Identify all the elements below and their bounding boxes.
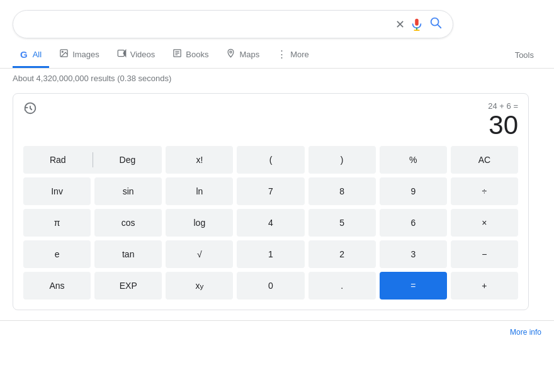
six-button[interactable]: 6 xyxy=(380,209,447,237)
svg-marker-8 xyxy=(123,50,126,57)
ac-button[interactable]: AC xyxy=(451,146,518,174)
calc-expression: 24 + 6 = xyxy=(488,101,518,111)
search-submit-icon[interactable] xyxy=(429,16,443,33)
multiply-button[interactable]: × xyxy=(451,209,518,237)
search-bar-area: 24+6 ✕ xyxy=(0,0,554,38)
videos-icon xyxy=(117,48,127,60)
x-factorial-button[interactable]: x! xyxy=(166,146,233,174)
calc-result-area: 24 + 6 = 30 xyxy=(488,101,518,140)
x-power-y-button[interactable]: xy xyxy=(166,272,233,300)
tab-maps-label: Maps xyxy=(239,50,259,59)
three-button[interactable]: 3 xyxy=(380,240,447,268)
more-dots-icon: ⋮ xyxy=(277,48,286,60)
maps-icon xyxy=(226,48,235,60)
tab-images-label: Images xyxy=(72,50,99,59)
tab-books-label: Books xyxy=(186,50,208,59)
tools-button[interactable]: Tools xyxy=(507,44,541,66)
voice-icon[interactable] xyxy=(410,18,424,31)
clear-icon[interactable]: ✕ xyxy=(395,18,405,31)
tab-books[interactable]: Books xyxy=(165,42,216,68)
more-info-bar: More info xyxy=(0,320,554,342)
tan-button[interactable]: tan xyxy=(94,240,162,268)
books-icon xyxy=(172,48,182,60)
svg-point-6 xyxy=(62,51,64,52)
rad-deg-button[interactable]: Rad Deg xyxy=(23,146,162,174)
log-button[interactable]: log xyxy=(166,209,233,237)
seven-button[interactable]: 7 xyxy=(237,177,304,205)
open-paren-button[interactable]: ( xyxy=(237,146,304,174)
eight-button[interactable]: 8 xyxy=(308,177,376,205)
one-button[interactable]: 1 xyxy=(237,240,304,268)
calculator-widget: 24 + 6 = 30 Rad Deg x! ( ) % AC Inv sin … xyxy=(13,93,529,310)
tab-maps[interactable]: Maps xyxy=(218,42,267,68)
subtract-button[interactable]: − xyxy=(451,240,518,268)
add-button[interactable]: + xyxy=(451,272,518,300)
svg-line-4 xyxy=(438,25,441,28)
inv-button[interactable]: Inv xyxy=(23,177,91,205)
divide-button[interactable]: ÷ xyxy=(451,177,518,205)
tab-all[interactable]: G All xyxy=(13,43,49,68)
tab-images[interactable]: Images xyxy=(52,42,107,68)
zero-button[interactable]: 0 xyxy=(237,272,304,300)
two-button[interactable]: 2 xyxy=(308,240,376,268)
svg-rect-0 xyxy=(415,18,419,25)
deg-label: Deg xyxy=(93,146,162,174)
results-info: About 4,320,000,000 results (0.38 second… xyxy=(0,69,554,88)
search-input[interactable]: 24+6 xyxy=(23,19,390,30)
nav-tabs: G All Images Videos Books Maps ⋮ More To… xyxy=(0,38,554,69)
tab-videos-label: Videos xyxy=(130,50,155,59)
more-info-link[interactable]: More info xyxy=(510,328,541,337)
search-box: 24+6 ✕ xyxy=(13,10,453,38)
rad-label: Rad xyxy=(23,146,93,174)
cos-button[interactable]: cos xyxy=(94,209,162,237)
equals-button[interactable]: = xyxy=(380,272,447,300)
exp-button[interactable]: EXP xyxy=(94,272,162,300)
e-button[interactable]: e xyxy=(23,240,91,268)
tab-more[interactable]: ⋮ More xyxy=(269,42,317,68)
percent-button[interactable]: % xyxy=(380,146,447,174)
tab-videos[interactable]: Videos xyxy=(110,42,163,68)
calc-result-value: 30 xyxy=(488,111,518,140)
pi-button[interactable]: π xyxy=(23,209,91,237)
decimal-button[interactable]: . xyxy=(308,272,376,300)
tab-more-label: More xyxy=(290,50,309,59)
five-button[interactable]: 5 xyxy=(308,209,376,237)
nine-button[interactable]: 9 xyxy=(380,177,447,205)
tab-all-label: All xyxy=(33,50,42,59)
calc-buttons: Rad Deg x! ( ) % AC Inv sin ln 7 8 9 ÷ π… xyxy=(23,146,518,300)
google-g-icon: G xyxy=(20,49,28,60)
images-icon xyxy=(59,48,69,60)
four-button[interactable]: 4 xyxy=(237,209,304,237)
calc-display: 24 + 6 = 30 xyxy=(23,101,518,140)
svg-point-13 xyxy=(230,51,232,53)
ln-button[interactable]: ln xyxy=(166,177,233,205)
sqrt-button[interactable]: √ xyxy=(166,240,233,268)
close-paren-button[interactable]: ) xyxy=(308,146,376,174)
ans-button[interactable]: Ans xyxy=(23,272,91,300)
calc-history-icon[interactable] xyxy=(23,101,37,118)
sin-button[interactable]: sin xyxy=(94,177,162,205)
results-text: About 4,320,000,000 results (0.38 second… xyxy=(13,74,171,83)
